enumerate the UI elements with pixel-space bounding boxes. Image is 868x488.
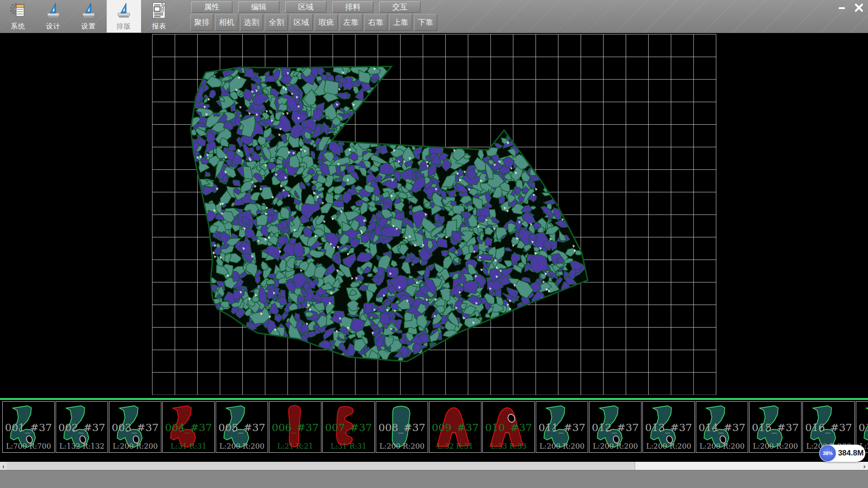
horizontal-scrollbar[interactable]: ‹ ›	[0, 462, 868, 470]
piece-thumbnail[interactable]: 007_#37L:31 R:31	[322, 401, 375, 453]
piece-thumbnail[interactable]: 001_#37L:700 R:700	[2, 401, 55, 453]
piece-thumbnail[interactable]: 008_#37L:200 R:200	[376, 401, 428, 453]
piece-lr-count: L:700 R:700	[3, 442, 54, 450]
main-nav: 系统设计设置排版报表	[1, 0, 176, 33]
nav-button-nesting-ruler[interactable]: 排版	[107, 0, 141, 33]
piece-thumbnail[interactable]: 005_#37L:200 R:200	[216, 401, 268, 453]
nav-label: 设置	[81, 22, 96, 31]
piece-thumbnail[interactable]: 003_#37L:200 R:200	[109, 401, 161, 453]
piece-name: 003_#37	[109, 422, 161, 433]
piece-lr-count: L:32 R:31	[429, 442, 481, 450]
piece-name: 015_#37	[750, 422, 801, 433]
usage-percent-indicator: 38%	[820, 445, 836, 461]
piece-name: 006_#37	[269, 422, 321, 433]
piece-lr-count: L:200 R:200	[536, 442, 588, 450]
nesting-ruler-icon	[115, 1, 133, 21]
nav-label: 排版	[117, 22, 131, 31]
piece-thumbnail[interactable]: 012_#37L:200 R:200	[589, 401, 642, 453]
piece-thumbnail[interactable]: 014_#37L:200 R:200	[696, 401, 748, 453]
piece-lr-count: L:200 R:200	[376, 442, 428, 450]
status-bar	[0, 470, 868, 488]
toolbar-button[interactable]: 全割	[265, 14, 288, 31]
toolbar-button[interactable]: 下靠	[414, 14, 437, 31]
piece-name: 011_#37	[536, 422, 588, 433]
toolbar-button[interactable]: 选割	[240, 14, 263, 31]
piece-lr-count: L:31 R:31	[323, 442, 374, 450]
strip-accent-line	[0, 398, 868, 400]
piece-thumbnail[interactable]: 006_#37L:21 R:21	[269, 401, 321, 453]
menu-button[interactable]: 编辑	[238, 1, 279, 13]
toolbar-button[interactable]: 区域	[290, 14, 313, 31]
piece-thumbnail[interactable]: 009_#37L:32 R:31	[429, 401, 481, 453]
close-icon	[854, 3, 863, 12]
piece-thumbnail[interactable]: 015_#37L:200 R:200	[749, 401, 802, 453]
design-ruler-icon	[44, 1, 62, 21]
nav-button-report-document[interactable]: 报表	[142, 0, 176, 33]
piece-lr-count: L:200 R:200	[109, 442, 161, 450]
piece-name: 017_#37	[856, 422, 868, 433]
minimize-icon	[838, 4, 846, 12]
nav-button-system-gear[interactable]: 系统	[1, 0, 35, 33]
piece-name: 012_#37	[590, 422, 641, 433]
title-bar: 系统设计设置排版报表 属性编辑区域排料交互 聚排相机选割全割区域瑕疵左靠右靠上靠…	[0, 0, 868, 33]
settings-ruler-icon	[80, 1, 98, 21]
piece-thumbnail[interactable]: 004_#37L:31 R:31	[162, 401, 215, 453]
piece-name: 004_#37	[163, 422, 214, 433]
piece-name: 001_#37	[3, 422, 54, 433]
piece-lr-count: L:33 R:33	[483, 442, 534, 450]
scroll-left-arrow-icon[interactable]: ‹	[0, 462, 7, 470]
toolbar-button[interactable]: 上靠	[389, 14, 412, 31]
piece-name: 002_#37	[56, 422, 108, 433]
report-document-icon	[150, 1, 168, 21]
nesting-canvas[interactable]	[0, 33, 868, 399]
toolbar-button[interactable]: 右靠	[364, 14, 387, 31]
piece-name: 009_#37	[429, 422, 481, 433]
system-gear-icon	[9, 1, 27, 21]
piece-name: 007_#37	[323, 422, 374, 433]
tool-row: 聚排相机选割全割区域瑕疵左靠右靠上靠下靠	[190, 14, 437, 31]
nav-button-design-ruler[interactable]: 设计	[36, 0, 71, 33]
piece-lr-count: L:21 R:21	[269, 442, 321, 450]
piece-name: 014_#37	[696, 422, 748, 433]
piece-lr-count: L:31 R:31	[163, 442, 214, 450]
window-controls	[835, 2, 866, 14]
nav-label: 报表	[152, 22, 166, 31]
nav-label: 系统	[11, 22, 25, 31]
toolbar-button[interactable]: 左靠	[340, 14, 363, 31]
piece-thumbnail[interactable]: 002_#37L:132 R:132	[56, 401, 108, 453]
piece-name: 016_#37	[803, 422, 854, 433]
piece-name: 008_#37	[376, 422, 428, 433]
piece-thumbnail[interactable]: 013_#37L:200 R:200	[642, 401, 695, 453]
memory-usage-badge[interactable]: 38% 384.8M	[819, 445, 865, 462]
minimize-button[interactable]	[835, 2, 849, 14]
piece-name: 013_#37	[643, 422, 694, 433]
menu-row: 属性编辑区域排料交互	[191, 1, 420, 13]
memory-value: 384.8M	[837, 445, 864, 462]
piece-thumbnail[interactable]: 010_#37L:33 R:33	[482, 401, 535, 453]
piece-thumbnail[interactable]: 011_#37L:200 R:200	[536, 401, 588, 453]
piece-name: 005_#37	[216, 422, 268, 433]
scroll-right-arrow-icon[interactable]: ›	[861, 462, 868, 470]
piece-lr-count: L:200 R:200	[590, 442, 641, 450]
piece-lr-count: L:200 R:200	[696, 442, 748, 450]
nav-label: 设计	[46, 22, 61, 31]
close-button[interactable]	[852, 2, 866, 14]
piece-lr-count: L:200 R:200	[216, 442, 268, 450]
scrollbar-thumb[interactable]	[7, 462, 635, 470]
piece-lr-count: L:200 R:200	[643, 442, 694, 450]
nesting-layout-drawing	[0, 33, 868, 399]
menu-button[interactable]: 排料	[332, 1, 373, 13]
menu-button[interactable]: 区域	[285, 1, 326, 13]
piece-thumbnail-strip: 001_#37L:700 R:700002_#37L:132 R:132003_…	[0, 395, 868, 462]
piece-lr-count: L:200 R:200	[750, 442, 801, 450]
menu-button[interactable]: 交互	[379, 1, 420, 13]
thumbnail-row: 001_#37L:700 R:700002_#37L:132 R:132003_…	[2, 401, 868, 453]
toolbar-button[interactable]: 相机	[215, 14, 238, 31]
piece-lr-count: L:132 R:132	[56, 442, 108, 450]
nav-button-settings-ruler[interactable]: 设置	[71, 0, 106, 33]
toolbar-button[interactable]: 聚排	[190, 14, 213, 31]
piece-name: 010_#37	[483, 422, 534, 433]
toolbar-button[interactable]: 瑕疵	[315, 14, 338, 31]
menu-button[interactable]: 属性	[191, 1, 232, 13]
